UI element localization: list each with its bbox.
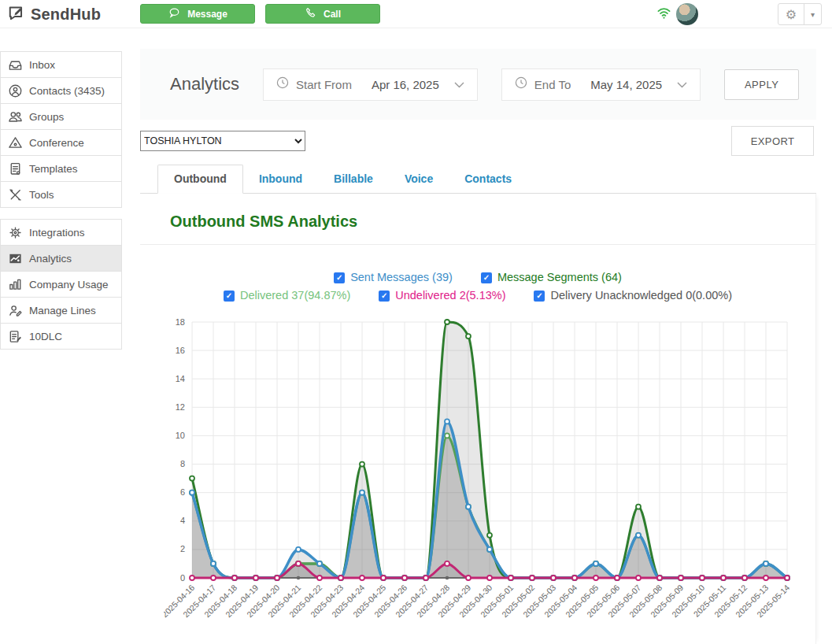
sidebar-group: InboxContacts (3435)GroupsConferenceTemp… (0, 51, 122, 208)
legend-item-undelivered-2[interactable]: ✓Undelivered 2(5.13%) (379, 287, 505, 305)
tab-bar: OutboundInboundBillableVoiceContacts (140, 165, 816, 194)
inbox-icon (7, 57, 23, 72)
message-button[interactable]: Message (140, 4, 255, 24)
sidebar-item-manage-lines[interactable]: Manage Lines (0, 297, 122, 324)
sidebar-item-label: Tools (29, 189, 54, 201)
conference-icon (7, 135, 23, 150)
manage-lines-icon (7, 302, 23, 318)
svg-text:10: 10 (176, 431, 185, 440)
checkbox-checked-icon[interactable]: ✓ (224, 291, 235, 302)
chart-wrap: 0246810121416182025-04-162025-04-172025-… (164, 313, 815, 631)
svg-text:16: 16 (176, 346, 185, 355)
brand[interactable]: SendHub (8, 4, 101, 24)
tab-inbound[interactable]: Inbound (243, 165, 318, 193)
clock-icon (276, 76, 289, 92)
chevron-down-icon (454, 77, 464, 91)
svg-text:12: 12 (176, 402, 185, 412)
sidebar-item-label: Conference (29, 137, 84, 149)
sidebar-item-tools[interactable]: Tools (0, 181, 122, 208)
sidebar-item-label: Groups (29, 111, 64, 123)
sidebar-item-label: Contacts (3435) (29, 85, 105, 97)
sidebar-item-analytics[interactable]: Analytics (0, 245, 122, 272)
svg-text:6: 6 (180, 487, 185, 497)
integrations-icon (7, 224, 23, 240)
page: SendHub Message Call ⚙ ▾ InboxContacts (… (0, 0, 832, 644)
line-select[interactable]: TOSHIA HYLTON (140, 131, 305, 151)
end-date-label: End To (534, 78, 571, 91)
templates-icon (7, 161, 23, 176)
page-title: Analytics (170, 74, 239, 94)
avatar[interactable] (676, 3, 698, 25)
sidebar-item-company-usage[interactable]: Company Usage (0, 271, 122, 298)
svg-text:2: 2 (180, 544, 185, 553)
settings-caret-down-icon[interactable]: ▾ (804, 4, 821, 24)
checkbox-checked-icon[interactable]: ✓ (481, 272, 492, 283)
svg-text:18: 18 (176, 317, 185, 327)
sidebar-item-templates[interactable]: Templates (0, 155, 122, 182)
outbound-panel: Outbound SMS Analytics ✓Sent Messages (3… (140, 194, 816, 644)
brand-name: SendHub (31, 6, 101, 24)
analytics-icon (7, 250, 23, 266)
start-date-value: Apr 16, 2025 (372, 78, 439, 91)
start-date-picker[interactable]: Start From Apr 16, 2025 (263, 68, 478, 101)
gear-icon[interactable]: ⚙ (778, 4, 804, 24)
wifi-status-icon (656, 6, 671, 23)
settings-button-group: ⚙ ▾ (778, 3, 822, 25)
export-button[interactable]: EXPORT (731, 126, 814, 156)
end-date-picker[interactable]: End To May 14, 2025 (501, 68, 701, 101)
sidebar-item-label: Company Usage (29, 279, 109, 291)
tools-icon (7, 187, 23, 202)
tendlc-icon (7, 328, 23, 344)
sidebar-item-groups[interactable]: Groups (0, 103, 122, 130)
sidebar-item-10dlc[interactable]: 10DLC (0, 323, 122, 350)
groups-icon (7, 109, 23, 124)
checkbox-checked-icon[interactable]: ✓ (334, 272, 345, 283)
svg-text:4: 4 (180, 516, 185, 525)
sidebar-item-label: Manage Lines (29, 305, 96, 316)
legend-row: ✓Sent Messages (39)✓Message Segments (64… (140, 268, 815, 287)
apply-button[interactable]: APPLY (724, 69, 799, 100)
section-title: Outbound SMS Analytics (140, 194, 815, 245)
legend-label: Undelivered 2(5.13%) (395, 287, 505, 305)
legend-item-delivered-37[interactable]: ✓Delivered 37(94.87%) (224, 287, 350, 305)
call-button[interactable]: Call (265, 4, 380, 24)
legend-label: Sent Messages (39) (350, 268, 453, 287)
chevron-down-icon (677, 77, 687, 91)
legend-row: ✓Delivered 37(94.87%)✓Undelivered 2(5.13… (140, 287, 815, 305)
analytics-chart: 0246810121416182025-04-162025-04-172025-… (164, 313, 809, 627)
legend-item-message-segments[interactable]: ✓Message Segments (64) (481, 268, 622, 287)
sidebar-group: IntegrationsAnalyticsCompany UsageManage… (0, 219, 122, 350)
sidebar-item-integrations[interactable]: Integrations (0, 219, 122, 246)
tab-billable[interactable]: Billable (318, 165, 389, 193)
sidebar-item-contacts-3435[interactable]: Contacts (3435) (0, 77, 122, 104)
sidebar-item-inbox[interactable]: Inbox (0, 51, 122, 78)
sidebar-item-label: Inbox (29, 59, 55, 71)
tab-contacts[interactable]: Contacts (449, 165, 527, 193)
analytics-header: Analytics Start From Apr 16, 2025 End To… (140, 49, 816, 120)
chart-legend: ✓Sent Messages (39)✓Message Segments (64… (140, 268, 815, 305)
sidebar-item-conference[interactable]: Conference (0, 129, 122, 156)
clock-icon (515, 76, 527, 92)
sidebar: InboxContacts (3435)GroupsConferenceTemp… (0, 52, 122, 361)
legend-label: Message Segments (64) (497, 268, 622, 287)
legend-label: Delivery Unacknowledged 0(0.00%) (550, 287, 732, 305)
sidebar-item-label: Analytics (29, 253, 72, 265)
start-date-label: Start From (296, 78, 352, 91)
tab-outbound[interactable]: Outbound (157, 165, 243, 194)
company-usage-icon (7, 276, 23, 292)
end-date-value: May 14, 2025 (590, 78, 662, 91)
checkbox-checked-icon[interactable]: ✓ (534, 291, 545, 302)
legend-item-delivery-unacknowledged-0[interactable]: ✓Delivery Unacknowledged 0(0.00%) (534, 287, 732, 305)
contacts-icon (7, 83, 23, 98)
legend-label: Delivered 37(94.87%) (240, 287, 350, 305)
svg-text:8: 8 (180, 459, 185, 468)
svg-text:0: 0 (180, 573, 185, 583)
svg-text:14: 14 (176, 374, 185, 383)
topbar: SendHub Message Call ⚙ ▾ (0, 0, 832, 28)
legend-item-sent-messages[interactable]: ✓Sent Messages (39) (334, 268, 453, 287)
sidebar-item-label: Integrations (29, 227, 85, 239)
checkbox-checked-icon[interactable]: ✓ (379, 291, 390, 302)
sidebar-item-label: 10DLC (29, 331, 62, 342)
tab-voice[interactable]: Voice (389, 165, 449, 193)
sidebar-item-label: Templates (29, 163, 78, 175)
